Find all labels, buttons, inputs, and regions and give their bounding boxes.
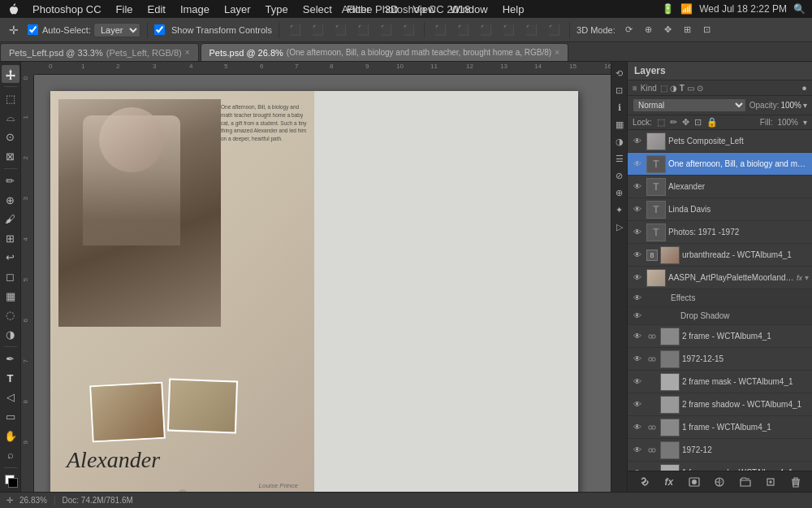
swatches-icon[interactable]: ▦ xyxy=(611,116,628,132)
adjustments-icon[interactable]: ◑ xyxy=(611,133,628,150)
layer-visibility-eye[interactable]: 👁 xyxy=(631,158,644,171)
tab-pets-left[interactable]: Pets_Left.psd @ 33.3% (Pets_Left, RGB/8)… xyxy=(0,43,199,61)
dodge-tool[interactable]: ◑ xyxy=(2,325,19,343)
layer-item[interactable]: 👁 2 frame - WCTAlbum4_1 xyxy=(628,325,812,348)
layer-visibility-eye[interactable]: 👁 xyxy=(631,398,644,411)
foreground-bg-colors[interactable] xyxy=(3,473,18,488)
menu-photoshop[interactable]: Photoshop CC xyxy=(26,2,108,17)
canvas-right-page[interactable] xyxy=(314,91,578,492)
zoom-tool[interactable]: ⌕ xyxy=(2,446,19,464)
menu-help[interactable]: Help xyxy=(496,2,531,17)
layer-visibility-eye[interactable]: 👁 xyxy=(631,271,644,284)
tab-pets-close[interactable]: × xyxy=(555,48,559,57)
distribute-center-h-icon[interactable]: ⬛ xyxy=(454,21,472,39)
layer-visibility-eye[interactable]: 👁 xyxy=(631,226,644,239)
menu-image[interactable]: Image xyxy=(174,2,216,17)
menu-edit[interactable]: Edit xyxy=(141,2,172,17)
3d-pan-icon[interactable]: ✥ xyxy=(659,21,677,39)
lock-artboard-icon[interactable]: ⊡ xyxy=(694,117,702,128)
navigator-icon[interactable]: ⊡ xyxy=(611,82,628,98)
add-fx-button[interactable]: fx xyxy=(661,474,677,490)
new-layer-button[interactable] xyxy=(762,474,779,490)
drop-shadow-eye[interactable]: 👁 xyxy=(631,310,644,323)
layer-expand-icon[interactable]: ▾ xyxy=(805,273,809,282)
lock-transparent-icon[interactable]: ⬚ xyxy=(657,117,665,128)
align-center-v-icon[interactable]: ⬛ xyxy=(377,21,395,39)
tool-presets-icon[interactable]: ✦ xyxy=(611,202,628,218)
healing-tool[interactable]: ⊕ xyxy=(2,191,19,209)
blend-mode-select[interactable]: Normal Multiply Screen xyxy=(633,98,746,112)
brush-tool[interactable]: 🖌 xyxy=(2,211,19,228)
move-tool[interactable] xyxy=(2,65,19,83)
layer-item[interactable]: 👁 T Linda Davis xyxy=(628,198,812,221)
small-photo-1[interactable] xyxy=(89,382,166,443)
layer-item[interactable]: 👁 1972-12-15 xyxy=(628,348,812,371)
align-left-icon[interactable]: ⬛ xyxy=(286,21,304,39)
layer-visibility-eye[interactable]: 👁 xyxy=(631,330,644,343)
marquee-tool[interactable]: ⬚ xyxy=(2,90,19,108)
distribute-left-icon[interactable]: ⬛ xyxy=(431,21,449,39)
new-group-button[interactable] xyxy=(737,474,754,490)
new-fill-adjustment-button[interactable] xyxy=(711,474,728,490)
layer-item[interactable]: 👁 T One afternoon, Bill, a biology and m… xyxy=(628,153,812,176)
filter-pixel-icon[interactable]: ⬚ xyxy=(660,84,667,93)
info-icon[interactable]: ℹ xyxy=(611,99,628,115)
distribute-right-icon[interactable]: ⬛ xyxy=(477,21,495,39)
canvas-area[interactable]: 0 1 2 3 4 5 6 7 8 9 10 11 12 13 14 15 16… xyxy=(21,62,611,492)
link-layers-button[interactable] xyxy=(636,474,652,490)
layer-item[interactable]: 👁 2 frame mask - WCTAlbum4_1 xyxy=(628,371,812,393)
stamp-tool[interactable]: ⊞ xyxy=(2,230,19,248)
lasso-tool[interactable]: ⌓ xyxy=(2,109,19,127)
eraser-tool[interactable]: ◻ xyxy=(2,268,19,286)
canvas-document[interactable]: One afternoon, Bill, a biology and math … xyxy=(50,91,578,492)
layer-visibility-eye[interactable]: 👁 xyxy=(631,421,644,434)
menu-type[interactable]: Type xyxy=(259,2,295,17)
3d-roll-icon[interactable]: ⊕ xyxy=(640,21,658,39)
quick-select-tool[interactable]: ⊙ xyxy=(2,128,19,146)
auto-select-dropdown[interactable]: Layer xyxy=(93,23,140,37)
layer-item[interactable]: 👁 2 frame shadow - WCTAlbum4_1 xyxy=(628,393,812,416)
opacity-arrow[interactable]: ▾ xyxy=(803,101,807,110)
layer-item[interactable]: 👁 T Alexander xyxy=(628,176,812,198)
layer-item[interactable]: 👁 1 frame mask - WCTAlbum4_1 xyxy=(628,462,812,471)
pen-tool[interactable]: ✒ xyxy=(2,350,19,368)
layer-visibility-eye[interactable]: 👁 xyxy=(631,353,644,366)
history-tool[interactable]: ↩ xyxy=(2,249,19,267)
search-icon[interactable]: 🔍 xyxy=(793,3,806,15)
move-tool-icon[interactable]: ✛ xyxy=(5,21,23,39)
small-photo-2[interactable] xyxy=(167,379,238,434)
canvas-wrapper[interactable]: One afternoon, Bill, a biology and math … xyxy=(34,75,611,492)
menu-layer[interactable]: Layer xyxy=(218,2,257,17)
hand-tool[interactable]: ✋ xyxy=(2,427,19,445)
layer-item[interactable]: 👁 1972-12 xyxy=(628,439,812,462)
apple-logo[interactable] xyxy=(6,2,21,16)
layer-visibility-eye[interactable]: 👁 xyxy=(631,249,644,262)
layer-item[interactable]: 👁 AASPN_ArtPlayPaletteMoorlands_Button..… xyxy=(628,267,812,289)
filter-smart-icon[interactable]: ⊙ xyxy=(697,84,703,93)
lock-position-icon[interactable]: ✥ xyxy=(682,117,689,128)
layer-visibility-eye[interactable]: 👁 xyxy=(631,180,644,193)
align-center-h-icon[interactable]: ⬛ xyxy=(309,21,326,39)
shape-tool[interactable]: ▭ xyxy=(2,408,19,426)
lock-pixels-icon[interactable]: ✏ xyxy=(670,117,677,128)
timeline-icon[interactable]: ▷ xyxy=(611,219,628,235)
menu-file[interactable]: File xyxy=(110,2,140,17)
menu-select[interactable]: Select xyxy=(296,2,339,17)
channels-icon[interactable]: ☰ xyxy=(611,150,628,167)
transform-checkbox[interactable] xyxy=(154,24,165,35)
brush-presets-icon[interactable]: ⊕ xyxy=(611,185,628,201)
distribute-top-icon[interactable]: ⬛ xyxy=(499,21,517,39)
lock-all-icon[interactable]: 🔒 xyxy=(706,117,718,128)
eyedropper-tool[interactable]: ✏ xyxy=(2,172,19,190)
layer-item[interactable]: 👁 1 frame - WCTAlbum4_1 xyxy=(628,416,812,439)
path-tool[interactable]: ◁ xyxy=(2,389,19,406)
layer-visibility-eye[interactable]: 👁 xyxy=(631,444,644,457)
gradient-tool[interactable]: ▦ xyxy=(2,287,19,305)
layer-visibility-eye[interactable]: 👁 xyxy=(631,376,644,389)
align-bottom-icon[interactable]: ⬛ xyxy=(400,21,417,39)
history-panel-icon[interactable]: ⟲ xyxy=(611,65,628,81)
effects-eye[interactable]: 👁 xyxy=(631,292,644,305)
add-mask-button[interactable] xyxy=(686,474,702,490)
text-tool[interactable]: T xyxy=(2,370,19,388)
auto-select-checkbox[interactable] xyxy=(28,24,38,35)
